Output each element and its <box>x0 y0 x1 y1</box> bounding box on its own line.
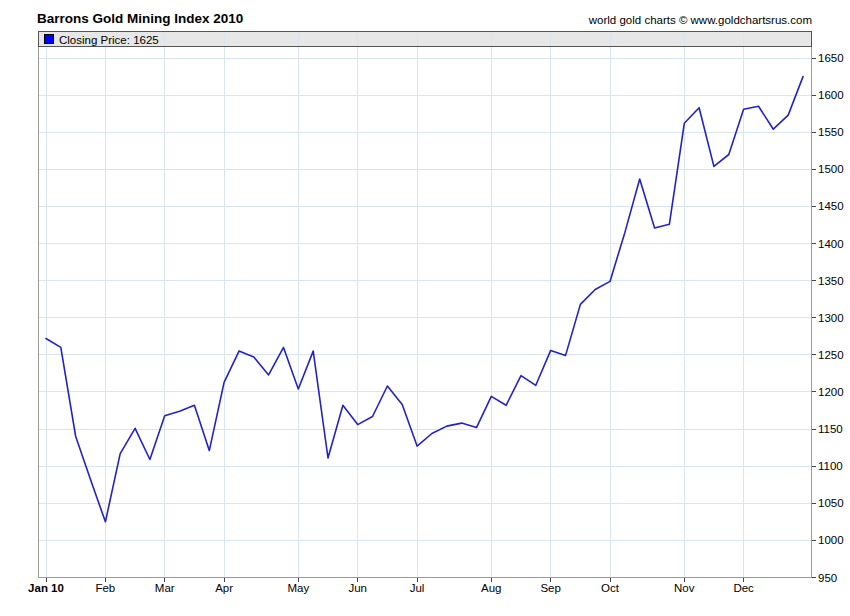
legend-swatch-icon <box>45 35 54 44</box>
x-axis-label: Oct <box>601 582 620 594</box>
y-axis-label: 950 <box>818 572 837 584</box>
gold-chart-page: 1650160015501500145014001350130012501200… <box>0 0 850 616</box>
y-axis-labels: 1650160015501500145014001350130012501200… <box>818 52 844 584</box>
y-axis-label: 1000 <box>818 534 844 546</box>
x-axis-label: Jun <box>348 582 367 594</box>
y-axis-label: 1300 <box>818 312 844 324</box>
y-axis-label: 1600 <box>818 89 844 101</box>
y-axis-label: 1400 <box>818 238 844 250</box>
price-polyline <box>46 77 803 522</box>
x-axis-labels: Jan 10FebMarAprMayJunJulAugSepOctNovDec <box>28 582 754 594</box>
price-chart: 1650160015501500145014001350130012501200… <box>0 0 850 616</box>
x-axis-label: Dec <box>733 582 754 594</box>
x-axis-label: May <box>287 582 309 594</box>
chart-title: Barrons Gold Mining Index 2010 <box>37 11 243 26</box>
y-axis-label: 1150 <box>818 423 843 435</box>
x-axis-label: Nov <box>674 582 695 594</box>
y-axis-label: 1650 <box>818 52 844 64</box>
y-axis-label: 1350 <box>818 275 844 287</box>
watermark-credit: world gold charts © www.goldchartsrus.co… <box>588 14 812 26</box>
x-axis-label: Apr <box>215 582 233 594</box>
x-axis-label: Jan 10 <box>28 582 64 594</box>
x-axis-label: Aug <box>481 582 501 594</box>
axes <box>39 32 812 578</box>
x-axis-label: Mar <box>155 582 175 594</box>
x-axis-label: Jul <box>410 582 425 594</box>
y-axis-label: 1250 <box>818 349 844 361</box>
x-axis-label: Feb <box>95 582 115 594</box>
y-axis-label: 1550 <box>818 126 844 138</box>
y-axis-label: 1200 <box>818 386 844 398</box>
y-axis-label: 1500 <box>818 163 844 175</box>
y-axis-label: 1100 <box>818 460 843 472</box>
y-axis-label: 1050 <box>818 497 844 509</box>
gridlines <box>39 33 812 578</box>
y-axis-label: 1450 <box>818 200 844 212</box>
closing-price-line <box>46 77 803 522</box>
x-axis-label: Sep <box>540 582 560 594</box>
legend-label: Closing Price: 1625 <box>59 34 159 46</box>
